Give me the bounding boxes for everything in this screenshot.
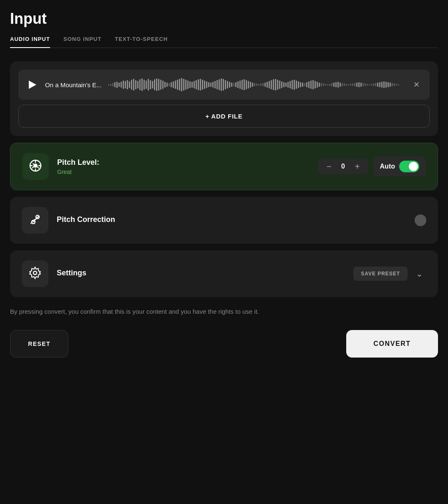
tab-audio-input[interactable]: AUDIO INPUT xyxy=(10,36,50,48)
pitch-level-icon-container xyxy=(22,153,49,180)
pitch-level-title: Pitch Level: xyxy=(57,158,310,167)
pitch-level-card: Pitch Level: Great − 0 + Auto xyxy=(10,143,438,190)
add-file-button[interactable]: + ADD FILE xyxy=(18,105,430,128)
play-icon xyxy=(29,81,36,89)
tab-text-to-speech[interactable]: TEXT-TO-SPEECH xyxy=(115,36,168,48)
pitch-correction-card: Pitch Correction xyxy=(10,197,438,244)
settings-expand-button[interactable]: ⌄ xyxy=(413,267,426,280)
disclaimer: By pressing convert, you confirm that th… xyxy=(10,307,438,317)
auto-toggle[interactable]: Auto xyxy=(373,156,426,176)
pitch-level-icon xyxy=(29,159,42,174)
pitch-correction-title: Pitch Correction xyxy=(57,215,406,224)
pitch-level-subtitle: Great xyxy=(57,169,310,175)
pitch-correction-icon-container xyxy=(22,207,48,234)
auto-toggle-knob xyxy=(409,162,418,171)
settings-content: Settings xyxy=(57,269,345,279)
pitch-level-controls: − 0 + Auto xyxy=(318,156,426,176)
play-button[interactable] xyxy=(27,79,38,91)
convert-button[interactable]: CONVERT xyxy=(346,330,438,358)
reset-button[interactable]: RESET xyxy=(10,330,68,358)
audio-section: On a Mountain's E... ✕ + ADD FILE xyxy=(10,61,438,136)
auto-label: Auto xyxy=(380,163,395,170)
save-preset-button[interactable]: SAVE PRESET xyxy=(353,267,408,281)
settings-controls: SAVE PRESET ⌄ xyxy=(353,267,426,281)
page-title: Input xyxy=(10,10,438,28)
auto-toggle-track[interactable] xyxy=(399,161,419,172)
tab-bar: AUDIO INPUT SONG INPUT TEXT-TO-SPEECH xyxy=(10,36,438,48)
settings-title: Settings xyxy=(57,269,345,277)
pitch-increment-button[interactable]: + xyxy=(353,162,362,171)
settings-card: Settings SAVE PRESET ⌄ xyxy=(10,250,438,297)
remove-file-button[interactable]: ✕ xyxy=(411,80,421,90)
settings-icon-container xyxy=(22,260,48,287)
gear-icon xyxy=(28,266,42,281)
svg-point-10 xyxy=(33,271,37,275)
audio-file-row: On a Mountain's E... ✕ xyxy=(18,70,430,100)
tab-song-input[interactable]: SONG INPUT xyxy=(63,36,101,48)
bottom-actions: RESET CONVERT xyxy=(10,330,438,358)
pitch-correction-icon xyxy=(28,213,42,228)
pitch-value: 0 xyxy=(340,163,347,170)
pitch-decrement-button[interactable]: − xyxy=(325,162,333,171)
pitch-correction-toggle[interactable] xyxy=(415,214,426,226)
file-name: On a Mountain's E... xyxy=(45,81,101,88)
pitch-stepper: − 0 + xyxy=(318,159,368,174)
waveform xyxy=(108,76,405,93)
pitch-level-content: Pitch Level: Great xyxy=(57,158,310,175)
pitch-correction-content: Pitch Correction xyxy=(57,215,406,226)
